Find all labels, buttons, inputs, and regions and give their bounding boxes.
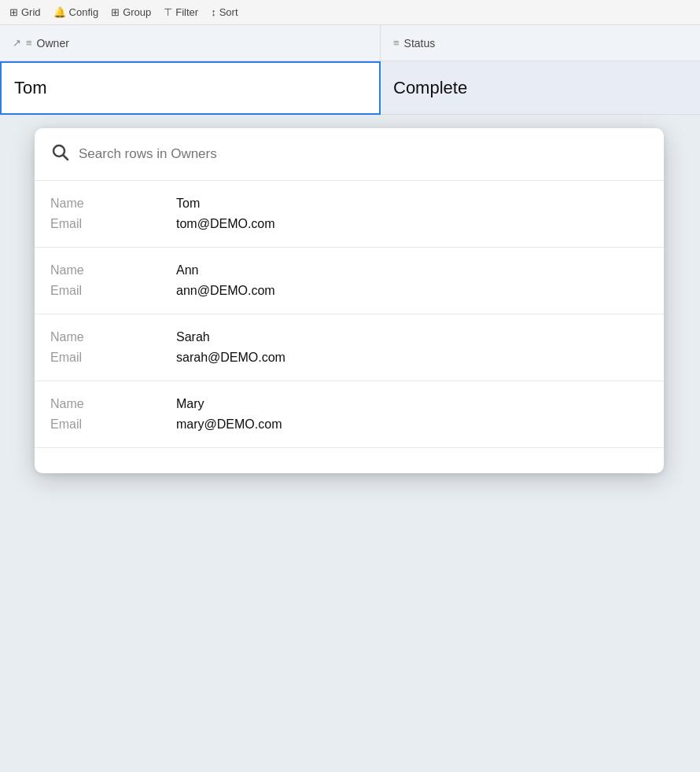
toolbar-grid-label: Grid: [21, 6, 41, 18]
toolbar-filter[interactable]: ⊤ Filter: [164, 6, 198, 18]
field-value-tom-email: tom@DEMO.com: [176, 217, 275, 231]
search-row: [35, 128, 664, 181]
header-owner-label: Owner: [37, 37, 69, 50]
lines-icon-status: ≡: [393, 37, 400, 49]
field-label-name-2: Name: [50, 263, 176, 278]
arrow-up-right-icon: ↗: [13, 37, 21, 49]
field-row-tom-name: Name Tom: [50, 193, 648, 214]
field-label-email-2: Email: [50, 284, 176, 298]
field-value-mary-email: mary@DEMO.com: [176, 417, 282, 432]
field-label-name-1: Name: [50, 197, 176, 211]
field-row-tom-email: Email tom@DEMO.com: [50, 214, 648, 234]
field-value-ann-email: ann@DEMO.com: [176, 284, 275, 298]
person-row-ann[interactable]: Name Ann Email ann@DEMO.com: [35, 248, 664, 314]
cell-owner[interactable]: Tom: [0, 61, 381, 115]
toolbar-config-label: Config: [69, 6, 99, 18]
toolbar-group[interactable]: ⊞ Group: [111, 6, 151, 18]
field-value-tom-name: Tom: [176, 197, 200, 211]
filter-icon: ⊤: [164, 6, 172, 18]
header-status[interactable]: ≡ Status: [381, 25, 700, 61]
field-row-ann-email: Email ann@DEMO.com: [50, 281, 648, 301]
header-status-label: Status: [404, 37, 436, 50]
toolbar-sort[interactable]: ↕ Sort: [211, 6, 238, 18]
field-label-email-3: Email: [50, 351, 176, 365]
field-row-ann-name: Name Ann: [50, 260, 648, 281]
field-label-email-4: Email: [50, 417, 176, 432]
person-row-tom[interactable]: Name Tom Email tom@DEMO.com: [35, 181, 664, 248]
field-value-sarah-email: sarah@DEMO.com: [176, 351, 286, 365]
dropdown-bottom-space: [35, 448, 664, 473]
sort-icon: ↕: [211, 6, 216, 18]
person-row-sarah[interactable]: Name Sarah Email sarah@DEMO.com: [35, 314, 664, 381]
group-icon: ⊞: [111, 6, 120, 18]
cell-status-value: Complete: [393, 78, 467, 98]
lines-icon-owner: ≡: [26, 37, 32, 49]
field-value-ann-name: Ann: [176, 263, 198, 278]
field-label-name-3: Name: [50, 330, 176, 344]
field-value-mary-name: Mary: [176, 397, 204, 411]
table-header: ↗ ≡ Owner ≡ Status: [0, 25, 700, 61]
grid-icon: ⊞: [9, 6, 18, 18]
field-value-sarah-name: Sarah: [176, 330, 210, 344]
table-row-selected: Tom Complete: [0, 61, 700, 115]
field-label-email-1: Email: [50, 217, 176, 231]
person-row-mary[interactable]: Name Mary Email mary@DEMO.com: [35, 381, 664, 448]
toolbar-sort-label: Sort: [219, 6, 238, 18]
toolbar-grid[interactable]: ⊞ Grid: [9, 6, 41, 18]
search-input[interactable]: [79, 146, 648, 162]
field-row-mary-name: Name Mary: [50, 394, 648, 414]
field-row-mary-email: Email mary@DEMO.com: [50, 414, 648, 435]
field-row-sarah-name: Name Sarah: [50, 327, 648, 347]
toolbar-filter-label: Filter: [175, 6, 198, 18]
field-label-name-4: Name: [50, 397, 176, 411]
toolbar: ⊞ Grid 🔔 Config ⊞ Group ⊤ Filter ↕ Sort: [0, 0, 700, 25]
header-owner[interactable]: ↗ ≡ Owner: [0, 25, 381, 61]
config-icon: 🔔: [53, 6, 66, 18]
toolbar-config[interactable]: 🔔 Config: [53, 6, 99, 18]
cell-status[interactable]: Complete: [381, 61, 700, 115]
search-icon: [50, 142, 69, 166]
owner-dropdown: Name Tom Email tom@DEMO.com Name Ann Ema…: [35, 128, 664, 473]
toolbar-group-label: Group: [123, 6, 151, 18]
field-row-sarah-email: Email sarah@DEMO.com: [50, 347, 648, 368]
svg-line-1: [64, 156, 68, 160]
cell-owner-value: Tom: [14, 78, 47, 98]
